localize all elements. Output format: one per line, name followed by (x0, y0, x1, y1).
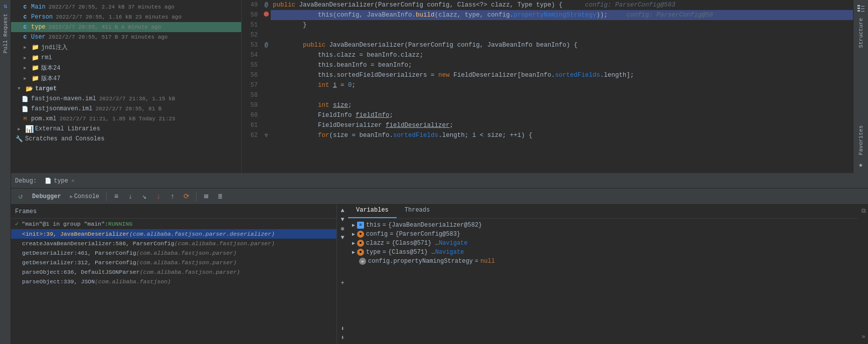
sidebar-item-fastjsonmaven-iml[interactable]: 📄 fastjsonmaven.iml 2022/2/7 20:55, 81 B (11, 104, 241, 114)
file-icon: 📄 (21, 105, 29, 113)
sidebar-item-label: Scratches and Consoles (25, 135, 104, 142)
copy-icon[interactable]: ⧉ (859, 207, 868, 216)
debug-body: Frames ✓ "main"@1 in group "main": RUNNI… (11, 205, 868, 343)
breakpoint-50[interactable] (264, 12, 269, 19)
var-item-clazz[interactable]: ▶ ● clazz = {Class@571} … Navigate (348, 239, 858, 248)
sidebar-item-jndi[interactable]: ▶ 📁 jndi注入 (11, 42, 241, 53)
pull-request-icon[interactable]: ⇅ (1, 1, 11, 11)
structure-label[interactable]: Structure (858, 16, 864, 50)
sidebar-item-label: fastjsonmaven.iml (31, 105, 92, 112)
var-icon-clazz: ● (357, 240, 364, 247)
frame-item-5[interactable]: parseObject:636, DefaultJSONParser (com.… (11, 267, 336, 277)
nav-button-panel: ▲ ▼ ⊛ ▼ + ⬇ ⬇ (337, 205, 348, 343)
debugger-tab-label: Debugger (32, 193, 61, 200)
frame-name-6: parseObject:339, JSON (22, 278, 95, 285)
frame-package-2: (com.alibaba.fastjson.parser) (175, 240, 275, 247)
var-item-config[interactable]: ▶ ● config = {ParserConfig@583} (348, 230, 858, 239)
pull-request-label[interactable]: Pull Request (3, 12, 9, 55)
nav-up-button[interactable]: ▲ (338, 207, 346, 215)
var-icon-field: ∞ (359, 258, 366, 265)
code-line-49: public JavaBeanDeserializer(ParserConfig… (271, 0, 853, 10)
frame-item-3[interactable]: getDeserializer:461, ParserConfig (com.a… (11, 248, 336, 258)
left-icon-strip: ⇅ Pull Request (0, 0, 11, 344)
nav-expand-button[interactable]: ▼ (338, 234, 346, 242)
sidebar-item-label: fastjson-maven.iml (31, 95, 96, 102)
navigate-clazz[interactable]: Navigate (439, 240, 468, 247)
tab-threads[interactable]: Threads (397, 205, 438, 218)
settings-button[interactable]: ≣ (215, 191, 226, 202)
step-into-button[interactable]: ↘ (139, 191, 150, 202)
frame-name-2: createJavaBeanDeserializer:586, ParserCo… (22, 240, 175, 247)
sidebar-item-pom[interactable]: M pom.xml 2022/2/7 21:21, 1.85 kB Today … (11, 114, 241, 124)
debug-tab-file-icon: 📄 (45, 178, 52, 184)
svg-rect-2 (857, 10, 860, 12)
var-expand-type[interactable]: ▶ (352, 249, 355, 255)
folder-icon: 📁 (31, 64, 39, 72)
var-item-naming-strategy[interactable]: ∞ config.propertyNamingStrategy = null (348, 257, 858, 266)
debug-toolbar: ↺ Debugger ▶ Console ≡ ↓ ↘ ↓ ↑ ⟳ ⊞ ≣ (11, 189, 868, 205)
add-button[interactable]: + (338, 279, 346, 287)
sidebar-item-scratches[interactable]: 🔧 Scratches and Consoles (11, 134, 241, 144)
var-expand-clazz[interactable]: ▶ (352, 240, 355, 246)
arrow-down-icon: ▼ (15, 85, 23, 93)
arrow-right-icon: ▶ (21, 75, 29, 83)
sidebar-item-label: 版本24 (41, 64, 60, 72)
sidebar-item-v47[interactable]: ▶ 📁 版本47 (11, 73, 241, 84)
frame-item-6[interactable]: parseObject:339, JSON (com.alibaba.fastj… (11, 277, 336, 286)
sidebar-item-fastjson-maven-iml[interactable]: 📄 fastjson-maven.iml 2022/2/7 21:36, 1.1… (11, 94, 241, 104)
debugger-tab[interactable]: Debugger (29, 191, 64, 202)
var-item-type[interactable]: ▶ ● type = {Class@571} … Navigate (348, 248, 858, 257)
sidebar-item-ext-libs[interactable]: ▶ 📊 External Libraries (11, 124, 241, 134)
sidebar-item-user[interactable]: C User 2022/2/7 20:55, 517 B 37 minutes … (11, 32, 241, 42)
frame-name-5: parseObject:636, DefaultJSONParser (22, 269, 140, 275)
frame-item-0[interactable]: ✓ "main"@1 in group "main": RUNNING (11, 219, 336, 229)
add-watch-button[interactable]: ⊞ (201, 191, 212, 202)
frames-button[interactable]: ≡ (111, 191, 122, 202)
sidebar-item-label: target (35, 85, 57, 92)
nav-down-button[interactable]: ▼ (338, 216, 346, 224)
step-out-button[interactable]: ↓ (153, 191, 164, 202)
sidebar-item-main[interactable]: C Main 2022/2/7 20:55, 2.24 kB 37 minute… (11, 2, 241, 12)
variables-panel: Variables Threads ▶ ≡ this = {JavaBeanDe… (348, 205, 858, 343)
navigate-type[interactable]: Navigate (435, 249, 464, 256)
fold-marker-62[interactable]: ▽ (265, 132, 268, 138)
code-line-58 (271, 90, 853, 100)
frame-name-4: getDeserializer:312, ParserConfig (22, 259, 136, 266)
sidebar-item-person[interactable]: C Person 2022/2/7 20:55, 1.16 kB 23 minu… (11, 12, 241, 22)
sidebar-item-target[interactable]: ▼ 📂 target (11, 84, 241, 94)
favorites-icon-btn[interactable]: ★ (854, 158, 867, 171)
code-content: public JavaBeanDeserializer(ParserConfig… (271, 0, 853, 173)
run-cursor-button[interactable]: ↑ (167, 191, 178, 202)
debug-panel: Debug: 📄 type × ↺ Debugger ▶ Console ≡ (11, 173, 868, 343)
var-expand-this[interactable]: ▶ (352, 222, 355, 228)
var-item-this[interactable]: ▶ ≡ this = {JavaBeanDeserializer@582} (348, 221, 858, 230)
variables-list: ▶ ≡ this = {JavaBeanDeserializer@582} ▶ … (348, 219, 858, 343)
var-expand-config[interactable]: ▶ (352, 231, 355, 237)
structure-icon-btn[interactable] (854, 2, 867, 15)
frame-package-4: (com.alibaba.fastjson.parser) (136, 259, 237, 266)
svg-rect-0 (857, 5, 860, 7)
rerun-button[interactable]: ↺ (15, 191, 26, 202)
evaluate-button[interactable]: ⟳ (181, 191, 192, 202)
sidebar-item-v24[interactable]: ▶ 📁 版本24 (11, 63, 241, 73)
copy2-button[interactable]: ⬇ (338, 333, 346, 341)
copy-button[interactable]: ⬇ (338, 324, 346, 332)
sidebar-item-label: type (31, 24, 46, 31)
frame-item-2[interactable]: createJavaBeanDeserializer:586, ParserCo… (11, 239, 336, 248)
favorites-label[interactable]: Favorites (858, 123, 864, 157)
sidebar-item-type[interactable]: C type 2022/2/7 20:55, 411 B A minute ag… (11, 22, 241, 32)
file-icon: 📄 (21, 95, 29, 103)
frame-name-3: getDeserializer:461, ParserConfig (22, 250, 136, 256)
expand-icon[interactable]: » (859, 332, 868, 341)
frame-item-4[interactable]: getDeserializer:312, ParserConfig (com.a… (11, 258, 336, 267)
filter-button[interactable]: ⊛ (338, 225, 346, 233)
frame-item-1[interactable]: <init>:39, JavaBeanDeserializer (com.ali… (11, 229, 336, 239)
sidebar-item-label: 版本47 (41, 74, 60, 83)
console-tab[interactable]: ▶ Console (67, 191, 102, 202)
tab-variables[interactable]: Variables (348, 205, 397, 218)
sidebar-item-rmi[interactable]: ▶ 📁 rmi (11, 53, 241, 63)
debug-tab-close[interactable]: × (71, 178, 75, 184)
sidebar-item-label: pom.xml (31, 115, 56, 122)
step-down-button[interactable]: ↓ (125, 191, 136, 202)
folder-icon: 📁 (31, 44, 39, 52)
